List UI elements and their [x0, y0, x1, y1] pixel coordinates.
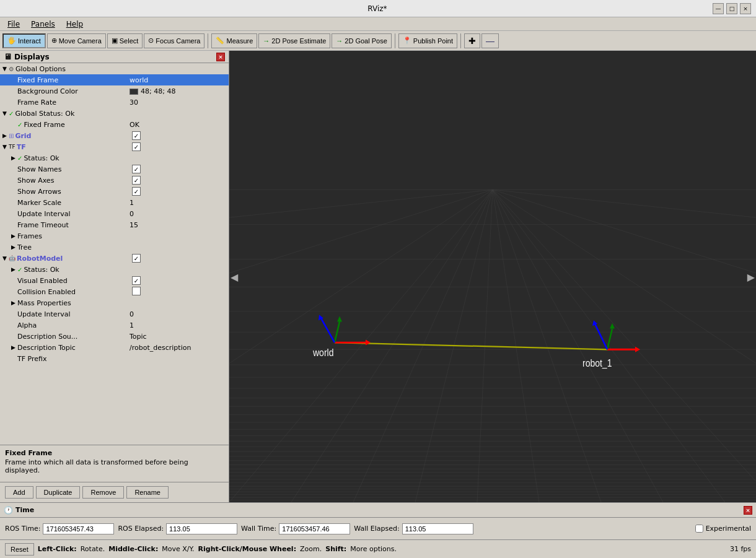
- alpha-row[interactable]: Alpha 1: [0, 320, 229, 331]
- show-names-row[interactable]: Show Names: [0, 163, 229, 175]
- background-color-label: Background Color: [17, 87, 130, 95]
- frames-row[interactable]: ▶ Frames: [0, 230, 229, 242]
- minus-icon-button[interactable]: —: [481, 33, 499, 48]
- frame-timeout-row[interactable]: Frame Timeout 15: [0, 219, 229, 230]
- menu-panels[interactable]: Panels: [26, 19, 60, 30]
- show-arrows-row[interactable]: Show Arrows: [0, 186, 229, 197]
- grid-row[interactable]: ▶ ⊞ Grid: [0, 130, 229, 141]
- visual-enabled-checkbox[interactable]: [132, 276, 141, 285]
- robot-model-checkbox[interactable]: [132, 254, 141, 263]
- global-options-row[interactable]: ▼ ⚙ Global Options: [0, 63, 229, 74]
- fps-counter: 31 fps: [730, 545, 751, 553]
- robot-model-label: RobotModel: [17, 255, 130, 263]
- time-panel: 🕐 Time ×: [0, 502, 756, 517]
- time-panel-close[interactable]: ×: [744, 506, 752, 515]
- middle-click-label: Middle-Click:: [108, 545, 158, 553]
- right-click-action: Zoom.: [300, 545, 322, 553]
- robot-status-row[interactable]: ▶ ✓ Status: Ok: [0, 264, 229, 275]
- show-names-label: Show Names: [17, 165, 130, 173]
- viewport-right-arrow[interactable]: ▶: [747, 271, 755, 282]
- collision-enabled-checkbox[interactable]: [132, 287, 141, 295]
- remove-button[interactable]: Remove: [82, 486, 124, 499]
- reset-button[interactable]: Reset: [5, 543, 34, 556]
- mass-properties-row[interactable]: ▶ Mass Properties: [0, 297, 229, 308]
- wall-time-input[interactable]: [279, 523, 350, 534]
- pose-estimate-button[interactable]: → 2D Pose Estimate: [258, 33, 330, 48]
- left-click-label: Left-Click:: [38, 545, 77, 553]
- add-icon-button[interactable]: ✚: [464, 33, 480, 48]
- expand-arrow-global: ▼: [2, 66, 9, 72]
- show-axes-row[interactable]: Show Axes: [0, 175, 229, 186]
- visual-enabled-label: Visual Enabled: [17, 277, 130, 285]
- fixed-frame-row[interactable]: Fixed Frame world: [0, 74, 229, 85]
- tree-row[interactable]: ▶ Tree: [0, 242, 229, 253]
- fixed-frame-ok-label: Fixed Frame: [24, 121, 130, 129]
- tf-prefix-label: TF Prefix: [17, 355, 229, 363]
- tf-status-row[interactable]: ▶ ✓ Status: Ok: [0, 152, 229, 163]
- tf-row[interactable]: ▼ TF TF: [0, 141, 229, 152]
- expand-arrow-mass: ▶: [11, 300, 17, 306]
- expand-arrow-tree: ▶: [11, 244, 17, 250]
- status-bold-label: Fixed Frame: [5, 449, 224, 457]
- measure-button[interactable]: 📏 Measure: [211, 33, 257, 48]
- minimize-button[interactable]: —: [713, 3, 724, 14]
- close-button[interactable]: ×: [740, 3, 751, 14]
- global-status-label: Global Status: Ok: [15, 110, 229, 118]
- focus-camera-button[interactable]: ⊙ Focus Camera: [144, 33, 204, 48]
- goal-pose-icon: →: [336, 37, 343, 45]
- grid-checkbox[interactable]: [132, 131, 141, 140]
- select-icon: ▣: [112, 37, 118, 45]
- description-topic-row[interactable]: ▶ Description Topic /robot_description: [0, 342, 229, 353]
- show-axes-label: Show Axes: [17, 177, 130, 185]
- frame-rate-row[interactable]: Frame Rate 30: [0, 97, 229, 108]
- show-arrows-checkbox[interactable]: [132, 187, 141, 196]
- maximize-button[interactable]: □: [726, 3, 737, 14]
- menu-help[interactable]: Help: [61, 19, 88, 30]
- update-interval2-row[interactable]: Update Interval 0: [0, 308, 229, 320]
- viewport[interactable]: world robot_1 ◀ ▶: [229, 51, 756, 502]
- show-names-checkbox[interactable]: [132, 165, 141, 173]
- robot-status-label: Status: Ok: [24, 266, 229, 274]
- goal-pose-button[interactable]: → 2D Goal Pose: [332, 33, 391, 48]
- experimental-checkbox[interactable]: [695, 525, 703, 533]
- description-sou-value: Topic: [130, 333, 229, 341]
- collision-enabled-row[interactable]: Collision Enabled: [0, 286, 229, 297]
- tree-content[interactable]: ▼ ⚙ Global Options Fixed Frame world Bac…: [0, 63, 229, 445]
- rename-button[interactable]: Rename: [126, 486, 169, 499]
- ros-elapsed-label: ROS Elapsed:: [118, 525, 164, 533]
- color-swatch: [130, 89, 138, 95]
- ros-time-label: ROS Time:: [5, 525, 40, 533]
- toolbar-sep1: [208, 33, 208, 48]
- visual-enabled-row[interactable]: Visual Enabled: [0, 275, 229, 286]
- background-color-row[interactable]: Background Color 48; 48; 48: [0, 85, 229, 97]
- publish-point-button[interactable]: 📍 Publish Point: [398, 33, 457, 48]
- description-topic-value: /robot_description: [130, 344, 229, 352]
- robot-model-row[interactable]: ▼ 🤖 RobotModel: [0, 253, 229, 264]
- status-area: Fixed Frame Frame into which all data is…: [0, 445, 229, 482]
- ros-time-input[interactable]: [43, 523, 114, 534]
- interact-button[interactable]: 🖐 Interact: [2, 33, 46, 48]
- tf-prefix-row[interactable]: TF Prefix: [0, 353, 229, 364]
- move-camera-button[interactable]: ⊕ Move Camera: [47, 33, 106, 48]
- show-axes-checkbox[interactable]: [132, 176, 141, 185]
- description-source-row[interactable]: Description Sou... Topic: [0, 331, 229, 342]
- tf-checkbox[interactable]: [132, 142, 141, 151]
- update-interval-row[interactable]: Update Interval 0: [0, 208, 229, 219]
- displays-close-button[interactable]: ×: [216, 53, 225, 61]
- left-click-action: Rotate.: [81, 545, 105, 553]
- expand-arrow-frames: ▶: [11, 233, 17, 239]
- frame-timeout-label: Frame Timeout: [17, 221, 130, 229]
- viewport-left-arrow[interactable]: ◀: [231, 271, 238, 282]
- marker-scale-row[interactable]: Marker Scale 1: [0, 197, 229, 208]
- menu-file[interactable]: File: [2, 19, 25, 30]
- svg-text:world: world: [312, 348, 333, 359]
- update-interval2-label: Update Interval: [17, 310, 130, 318]
- fixed-frame-ok-row[interactable]: ✓ Fixed Frame OK: [0, 119, 229, 130]
- wall-elapsed-input[interactable]: [402, 523, 473, 534]
- ros-elapsed-input[interactable]: [166, 523, 237, 534]
- duplicate-button[interactable]: Duplicate: [36, 486, 81, 499]
- add-button[interactable]: Add: [5, 486, 33, 499]
- wall-time-field: Wall Time:: [241, 523, 350, 534]
- select-button[interactable]: ▣ Select: [107, 33, 143, 48]
- global-status-row[interactable]: ▼ ✓ Global Status: Ok: [0, 108, 229, 119]
